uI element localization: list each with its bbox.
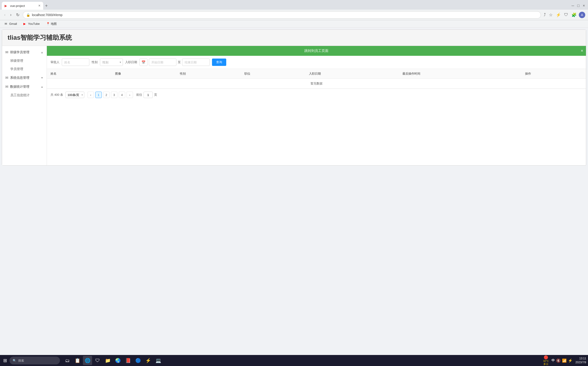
pagination: 共 400 条 10条/页 20条/页 50条/页 100条/页 ‹ 1 2 3… <box>47 89 586 101</box>
gender-select[interactable]: 性别 男 女 <box>100 59 123 66</box>
alert-banner: 跳转到员工页面 × <box>47 46 586 56</box>
sidebar: ✉ 班级学员管理 ▲ 班级管理 学员管理 ✉ 系统信息管理 ▼ ✉ <box>2 46 47 165</box>
data-stats-chevron: ▲ <box>41 85 43 88</box>
header-row: 姓名 图像 性别 职位 入职日期 最后操作时间 操作 <box>47 69 586 79</box>
share-button[interactable]: ⤴ <box>543 11 547 18</box>
col-gender: 性别 <box>176 69 241 79</box>
table-body: 暂无数据 <box>47 79 586 89</box>
date-separator: 至 <box>178 60 181 64</box>
date-picker-icon[interactable]: 📅 <box>139 59 147 66</box>
main-content: 跳转到员工页面 × 审批人 性别 性别 男 女 入职日期 📅 <box>47 46 586 165</box>
tab-favicon: ▶ <box>5 4 8 8</box>
bookmark-gmail-label: Gmail <box>9 22 17 25</box>
tab-close-button[interactable]: × <box>38 4 40 8</box>
browser-toolbar: ‹ › ↻ 🔒 ⤴ ☆ ⚡ 🛡 🧩 A <box>0 10 588 20</box>
close-window-button[interactable]: × <box>581 3 586 8</box>
toolbar-actions: ⤴ ☆ ⚡ 🛡 🧩 A <box>543 11 585 18</box>
refresh-button[interactable]: ↻ <box>15 11 21 18</box>
gender-select-wrapper: 性别 男 女 <box>100 59 123 66</box>
bookmark-maps-label: 地图 <box>51 22 57 26</box>
extensions-button[interactable]: 🧩 <box>571 11 577 18</box>
col-actions: 操作 <box>521 69 586 79</box>
gmail-icon: ✉ <box>5 22 8 26</box>
security-icon: 🔒 <box>26 13 30 17</box>
bookmark-maps[interactable]: 📍 地图 <box>45 21 58 26</box>
pagination-total: 共 400 条 <box>51 93 63 97</box>
profile-button[interactable]: A <box>579 12 585 18</box>
class-mgmt-submenu: 班级管理 学员管理 <box>2 57 47 73</box>
gender-label: 性别 <box>92 60 98 64</box>
date-label: 入职日期 <box>125 60 137 64</box>
start-date-input[interactable] <box>149 59 176 66</box>
sys-info-label: 系统信息管理 <box>10 76 39 80</box>
browser-chrome: ▶ vue-project × + ─ □ × ‹ › ↻ 🔒 ⤴ ☆ ⚡ 🛡 … <box>0 0 588 28</box>
sidebar-item-class-mgmt[interactable]: ✉ 班级学员管理 ▲ <box>2 48 47 57</box>
col-position: 职位 <box>241 69 305 79</box>
back-button[interactable]: ‹ <box>3 11 7 18</box>
col-last-op-time: 最后操作时间 <box>399 69 521 79</box>
app-header: tlias智能学习辅助系统 <box>2 30 586 46</box>
data-stats-label: 数据统计管理 <box>10 85 39 89</box>
window-controls: ─ □ × <box>571 3 586 8</box>
prev-page-button[interactable]: ‹ <box>88 92 94 98</box>
extension-button[interactable]: ⚡ <box>555 11 562 18</box>
bookmark-gmail[interactable]: ✉ Gmail <box>3 22 18 26</box>
alert-close-button[interactable]: × <box>581 48 583 53</box>
col-image: 图像 <box>111 69 176 79</box>
app-title: tlias智能学习辅助系统 <box>8 33 580 42</box>
goto-input[interactable] <box>144 92 153 98</box>
approver-label: 审批人 <box>51 60 60 64</box>
data-table: 姓名 图像 性别 职位 入职日期 最后操作时间 操作 暂无数据 <box>47 69 586 89</box>
sys-info-chevron: ▼ <box>41 76 43 79</box>
emp-stats-label: 员工信息统计 <box>10 93 30 97</box>
data-stats-submenu: 员工信息统计 <box>2 91 47 99</box>
class-label: 班级管理 <box>10 59 23 63</box>
page-1-button[interactable]: 1 <box>95 92 102 98</box>
sidebar-item-emp-stats[interactable]: 员工信息统计 <box>2 91 47 99</box>
class-mgmt-chevron: ▲ <box>41 51 43 54</box>
page-2-button[interactable]: 2 <box>103 92 110 98</box>
tab-title: vue-project <box>10 4 37 8</box>
col-name: 姓名 <box>47 69 111 79</box>
page-3-button[interactable]: 3 <box>111 92 117 98</box>
app-container: tlias智能学习辅助系统 ✉ 班级学员管理 ▲ 班级管理 学员管理 ✉ <box>2 29 586 166</box>
minimize-button[interactable]: ─ <box>571 3 575 8</box>
goto-prefix: 前往 <box>136 93 142 97</box>
class-mgmt-icon: ✉ <box>5 50 8 54</box>
sidebar-item-data-stats[interactable]: ✉ 数据统计管理 ▲ <box>2 82 47 91</box>
table-header: 姓名 图像 性别 职位 入职日期 最后操作时间 操作 <box>47 69 586 79</box>
class-mgmt-label: 班级学员管理 <box>10 50 39 54</box>
goto-suffix: 页 <box>154 93 157 97</box>
bookmarks-bar: ✉ Gmail ▶ YouTube 📍 地图 <box>0 20 588 28</box>
date-input-group: 📅 至 <box>139 59 210 66</box>
page-4-button[interactable]: 4 <box>119 92 125 98</box>
col-hire-date: 入职日期 <box>305 69 399 79</box>
sys-info-icon: ✉ <box>5 76 8 80</box>
name-input[interactable] <box>62 59 89 66</box>
maximize-button[interactable]: □ <box>576 3 581 8</box>
filter-bar: 审批人 性别 性别 男 女 入职日期 📅 至 查询 <box>47 56 586 69</box>
sidebar-item-class[interactable]: 班级管理 <box>2 57 47 65</box>
bookmark-button[interactable]: ☆ <box>548 11 554 18</box>
youtube-icon: ▶ <box>23 22 27 26</box>
bookmark-youtube[interactable]: ▶ YouTube <box>22 22 41 26</box>
student-label: 学员管理 <box>10 67 23 71</box>
end-date-input[interactable] <box>182 59 210 66</box>
active-tab[interactable]: ▶ vue-project × <box>2 2 43 10</box>
per-page-select[interactable]: 10条/页 20条/页 50条/页 100条/页 <box>65 92 84 98</box>
alert-message: 跳转到员工页面 <box>304 49 328 53</box>
new-tab-button[interactable]: + <box>43 2 50 9</box>
forward-button[interactable]: › <box>9 11 13 18</box>
data-stats-icon: ✉ <box>5 84 8 89</box>
app-body: ✉ 班级学员管理 ▲ 班级管理 学员管理 ✉ 系统信息管理 ▼ ✉ <box>2 46 586 165</box>
bookmark-youtube-label: YouTube <box>28 22 40 25</box>
shield-button[interactable]: 🛡 <box>563 11 569 18</box>
next-page-button[interactable]: › <box>127 92 133 98</box>
sidebar-item-sys-info[interactable]: ✉ 系统信息管理 ▼ <box>2 73 47 82</box>
empty-text: 暂无数据 <box>47 79 586 89</box>
sidebar-item-student[interactable]: 学员管理 <box>2 65 47 73</box>
url-input[interactable] <box>32 13 537 17</box>
address-bar[interactable]: 🔒 <box>23 11 541 19</box>
maps-icon: 📍 <box>46 22 50 26</box>
search-button[interactable]: 查询 <box>212 59 226 66</box>
